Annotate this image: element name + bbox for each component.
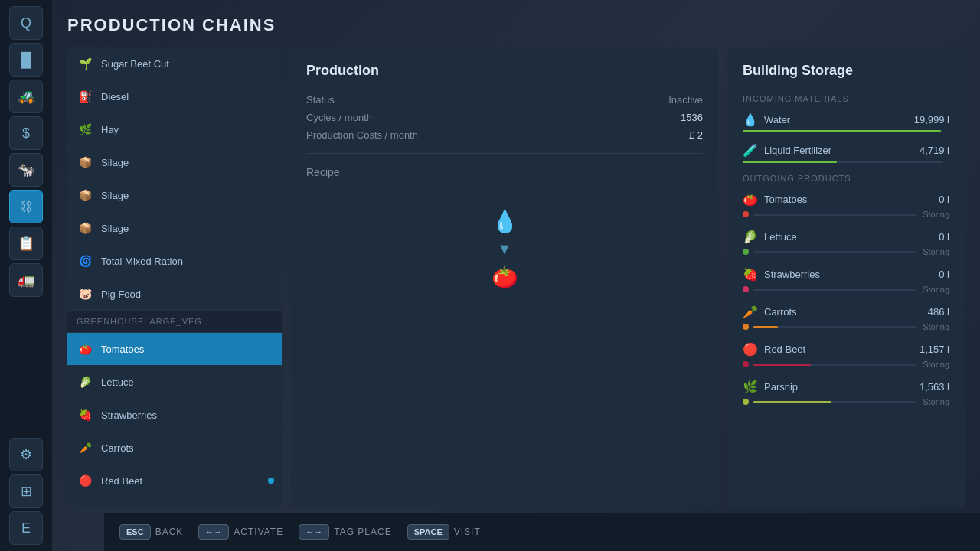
list-item-label: Lettuce (101, 377, 134, 388)
list-item-strawberries[interactable]: 🍓 Strawberries (67, 399, 282, 432)
list-panel: 🌱 Sugar Beet Cut ⛽ Diesel 🌿 Hay 📦 Silage… (67, 47, 282, 507)
red-beet-out-name: 🔴 Red Beet (743, 342, 805, 357)
list-item-pig-food[interactable]: 🐷 Pig Food (67, 278, 282, 311)
silage-3-icon: 📦 (77, 220, 93, 236)
list-item-silage-2[interactable]: 📦 Silage (67, 179, 282, 212)
list-item-label: Tomatoes (101, 344, 144, 355)
sidebar-btn-vehicle[interactable]: 🚛 (9, 263, 43, 297)
sidebar-btn-tasks[interactable]: 📋 (9, 227, 43, 260)
cow-icon: 🐄 (18, 161, 34, 178)
liquid-fertilizer-label: Liquid Fertilizer (764, 145, 831, 156)
sugar-beet-cut-icon: 🌱 (77, 55, 93, 72)
list-item-label: Red Beet (101, 475, 142, 487)
water-icon: 💧 (743, 112, 758, 127)
list-item-parsnip[interactable]: 🌿 Parsnip (67, 497, 282, 507)
parsnip-out-icon: 🌿 (743, 380, 758, 394)
carrots-out-value: 486 l (928, 306, 949, 318)
list-item-red-beet[interactable]: 🔴 Red Beet (67, 465, 282, 497)
vehicle-icon: 🚛 (18, 272, 34, 289)
sidebar-btn-tractor[interactable]: 🚜 (9, 80, 43, 113)
activate-btn[interactable]: ←→ ACTIVATE (198, 524, 283, 540)
lettuce-bar-row: Storing (743, 247, 949, 256)
page-title: PRODUCTION CHAINS (67, 15, 965, 35)
carrots-bar-container (753, 326, 916, 328)
outgoing-title: OUTGOING PRODUCTS (743, 174, 949, 183)
esc-back-btn[interactable]: ESC BACK (119, 524, 183, 540)
sidebar-btn-q[interactable]: Q (9, 6, 43, 40)
lettuce-dot (743, 249, 749, 255)
tag-place-btn[interactable]: ←→ TAG PLACE (299, 524, 391, 540)
activate-label: ACTIVATE (234, 527, 283, 537)
red-beet-status: Storing (923, 360, 949, 369)
status-value: Inactive (668, 94, 703, 106)
recipe-title: Recipe (306, 166, 703, 178)
red-beet-bar-row: Storing (743, 360, 949, 369)
status-row: Status Inactive (306, 94, 703, 106)
parsnip-out-label: Parsnip (764, 381, 798, 393)
cycles-value: 1536 (681, 112, 703, 123)
storage-item-parsnip: 🌿 Parsnip 1,563 l Storing (743, 380, 949, 406)
lettuce-bar-container (753, 251, 916, 253)
sidebar-btn-chart[interactable]: ▐▌ (9, 43, 43, 77)
tomatoes-icon: 🍅 (77, 341, 93, 357)
list-item-hay[interactable]: 🌿 Hay (67, 113, 282, 146)
list-item-silage-3[interactable]: 📦 Silage (67, 212, 282, 245)
cycles-row: Cycles / month 1536 (306, 112, 703, 123)
list-item-diesel[interactable]: ⛽ Diesel (67, 80, 282, 113)
parsnip-out-name: 🌿 Parsnip (743, 380, 798, 394)
list-item-carrots[interactable]: 🥕 Carrots (67, 432, 282, 465)
sidebar-btn-grid[interactable]: ⊞ (9, 474, 43, 508)
list-item-tomatoes[interactable]: 🍅 Tomatoes (67, 333, 282, 366)
red-beet-out-value: 1,157 l (920, 344, 949, 355)
parsnip-bar (753, 401, 831, 403)
bottom-bar: ESC BACK ←→ ACTIVATE ←→ TAG PLACE SPACE … (104, 513, 980, 551)
water-bar-container (743, 130, 943, 132)
liquid-fertilizer-name: 🧪 Liquid Fertilizer (743, 143, 831, 158)
carrots-bar (753, 326, 778, 328)
storage-item-lettuce: 🥬 Lettuce 0 l Storing (743, 230, 949, 256)
list-item-lettuce[interactable]: 🥬 Lettuce (67, 366, 282, 399)
silage-2-icon: 📦 (77, 187, 93, 204)
cost-value: £ 2 (689, 129, 703, 141)
list-item-total-mixed-ration[interactable]: 🌀 Total Mixed Ration (67, 245, 282, 278)
cycles-label: Cycles / month (306, 112, 372, 123)
sidebar-btn-settings[interactable]: ⚙ (9, 438, 43, 471)
list-item-sugar-beet-cut[interactable]: 🌱 Sugar Beet Cut (67, 47, 282, 80)
sidebar-btn-coin[interactable]: $ (9, 116, 43, 150)
red-beet-bar (753, 364, 811, 366)
sidebar-btn-e[interactable]: E (9, 511, 43, 545)
visit-btn[interactable]: SPACE VISIT (407, 524, 481, 540)
sidebar-btn-cow[interactable]: 🐄 (9, 153, 43, 187)
silage-1-icon: 📦 (77, 154, 93, 171)
back-label: BACK (155, 527, 184, 537)
coin-icon: $ (22, 126, 30, 142)
lettuce-out-value: 0 l (939, 231, 949, 243)
category-label: GREENHOUSELARGE_VEG (67, 311, 282, 333)
strawberries-dot (743, 286, 749, 292)
storage-item-carrots: 🥕 Carrots 486 l Storing (743, 305, 949, 331)
tomato-recipe-icon: 🍅 (492, 264, 518, 289)
settings-icon: ⚙ (20, 446, 32, 463)
list-item-label: Silage (101, 190, 129, 201)
storage-item-red-beet: 🔴 Red Beet 1,157 l Storing (743, 342, 949, 369)
strawberries-out-label: Strawberries (764, 269, 820, 280)
water-drop-icon: 💧 (492, 209, 518, 234)
liquid-fertilizer-bar-container (743, 161, 943, 163)
cost-row: Production Costs / month £ 2 (306, 129, 703, 141)
list-item-label: Carrots (101, 442, 134, 454)
storage-item-tomatoes: 🍅 Tomatoes 0 l Storing (743, 192, 949, 219)
list-item-silage-1[interactable]: 📦 Silage (67, 146, 282, 179)
sidebar-btn-production[interactable]: ⛓ (9, 190, 43, 223)
list-item-label: Sugar Beet Cut (101, 58, 169, 70)
cost-label: Production Costs / month (306, 129, 418, 141)
tomatoes-out-value: 0 l (939, 194, 949, 205)
tomatoes-dot (743, 211, 749, 217)
tractor-icon: 🚜 (18, 88, 34, 105)
carrots-out-icon: 🥕 (743, 305, 758, 319)
parsnip-status: Storing (923, 397, 949, 406)
incoming-title: INCOMING MATERIALS (743, 94, 949, 103)
storage-item-strawberries: 🍓 Strawberries 0 l Storing (743, 267, 949, 294)
diesel-icon: ⛽ (77, 88, 93, 105)
tomatoes-out-icon: 🍅 (743, 192, 758, 207)
liquid-fertilizer-value: 4,719 l (920, 145, 949, 156)
